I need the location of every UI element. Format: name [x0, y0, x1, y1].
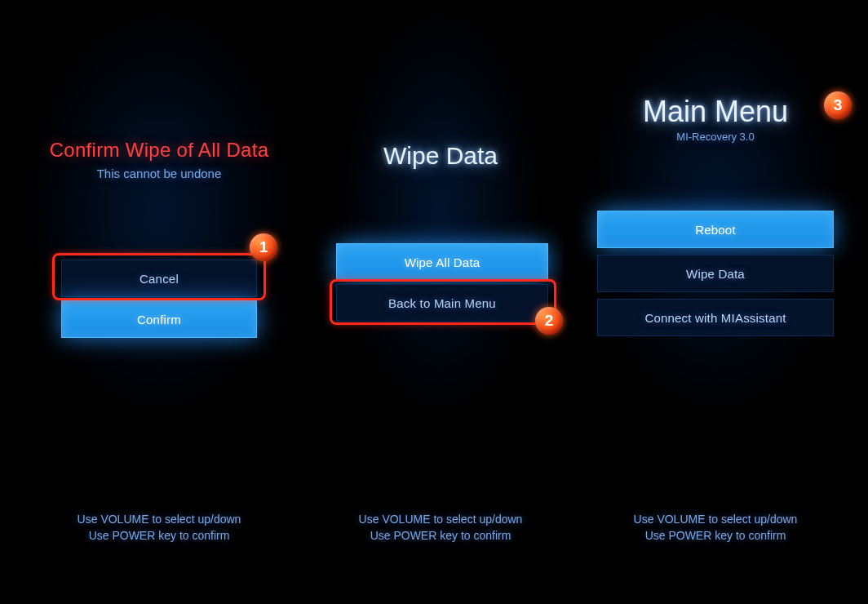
footer-line-1: Use VOLUME to select up/down: [0, 513, 318, 526]
wipe-data-title: Wipe Data: [318, 142, 563, 170]
annotation-marker-3: 3: [824, 91, 852, 119]
back-to-main-menu-button[interactable]: Back to Main Menu: [336, 284, 548, 322]
footer-hints: Use VOLUME to select up/down Use POWER k…: [0, 513, 318, 542]
wipe-data-button[interactable]: Wipe Data: [597, 255, 834, 292]
annotation-marker-2: 2: [535, 307, 563, 335]
reboot-button[interactable]: Reboot: [597, 211, 834, 248]
footer-line-2: Use POWER key to confirm: [563, 529, 868, 542]
screen-wipe-data: Wipe Data Wipe All Data Back to Main Men…: [318, 0, 563, 604]
three-panel-tutorial: Confirm Wipe of All Data This cannot be …: [0, 0, 868, 604]
confirm-wipe-title: Confirm Wipe of All Data: [0, 139, 318, 162]
cancel-button[interactable]: Cancel: [61, 260, 257, 297]
footer-hints: Use VOLUME to select up/down Use POWER k…: [318, 513, 563, 542]
main-menu-title: Main Menu: [563, 95, 868, 129]
footer-line-2: Use POWER key to confirm: [318, 529, 563, 542]
footer-hints: Use VOLUME to select up/down Use POWER k…: [563, 513, 868, 542]
main-menu-subtitle: MI-Recovery 3.0: [563, 131, 868, 143]
footer-line-2: Use POWER key to confirm: [0, 529, 318, 542]
wipe-all-data-button[interactable]: Wipe All Data: [336, 243, 548, 281]
footer-line-1: Use VOLUME to select up/down: [563, 513, 868, 526]
annotation-marker-1: 1: [250, 233, 277, 261]
confirm-button[interactable]: Confirm: [61, 300, 257, 338]
connect-miassistant-button[interactable]: Connect with MIAssistant: [597, 299, 834, 336]
confirm-wipe-subtitle: This cannot be undone: [0, 167, 318, 180]
footer-line-1: Use VOLUME to select up/down: [318, 513, 563, 526]
screen-main-menu: Main Menu MI-Recovery 3.0 Reboot Wipe Da…: [563, 0, 868, 604]
screen-confirm-wipe: Confirm Wipe of All Data This cannot be …: [0, 0, 318, 604]
